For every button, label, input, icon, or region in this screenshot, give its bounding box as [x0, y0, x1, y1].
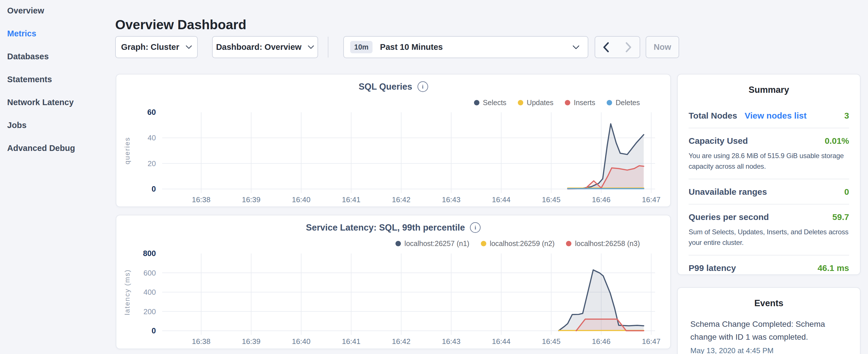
summary-row-p99-latency: P99 latency 46.1 ms	[689, 255, 849, 280]
x-tick-label: 16:45	[542, 195, 560, 204]
summary-value: 59.7	[833, 212, 849, 222]
x-tick-label: 16:40	[292, 195, 310, 204]
y-tick-label: 20	[148, 159, 156, 168]
y-tick-label: 600	[144, 269, 156, 277]
summary-value: 3	[844, 111, 849, 121]
y-axis-label: queries	[123, 137, 131, 164]
summary-value: 46.1 ms	[817, 263, 849, 273]
x-tick-label: 16:43	[442, 195, 461, 204]
y-axis-label: latency (ms)	[123, 269, 131, 315]
dashboard-selector-dropdown[interactable]: Dashboard: Overview	[212, 36, 318, 58]
summary-value: 0	[844, 187, 849, 197]
summary-label: P99 latency	[689, 263, 736, 273]
x-tick-label: 16:46	[592, 337, 610, 346]
summary-description: You are using 28.6 MiB of 515.9 GiB usab…	[689, 150, 849, 171]
chevron-down-icon	[308, 45, 314, 49]
event-item: Schema Change Completed: Schema change w…	[690, 318, 847, 354]
sidebar-item-databases[interactable]: Databases	[7, 45, 75, 68]
x-tick-label: 16:44	[492, 195, 510, 204]
x-tick-label: 16:42	[392, 195, 410, 204]
chevron-down-icon	[572, 45, 580, 50]
x-tick-label: 16:45	[542, 337, 560, 346]
summary-description: Sum of Selects, Updates, Inserts, and De…	[689, 227, 849, 248]
y-tick-label: 400	[144, 288, 156, 296]
summary-title: Summary	[678, 85, 860, 95]
events-title: Events	[678, 298, 860, 309]
summary-value: 0.01%	[825, 136, 849, 146]
time-window-badge: 10m	[350, 41, 373, 53]
summary-label: Capacity Used	[689, 136, 748, 146]
controls-divider	[328, 37, 329, 58]
y-tick-label: 40	[148, 133, 156, 142]
x-tick-label: 16:42	[392, 337, 410, 346]
summary-label: Unavailable ranges	[689, 187, 767, 197]
x-tick-label: 16:38	[192, 195, 210, 204]
sidebar-item-metrics[interactable]: Metrics	[7, 22, 75, 45]
graph-selector-label: Graph: Cluster	[121, 42, 179, 52]
sidebar-item-statements[interactable]: Statements	[7, 68, 75, 91]
graph-selector-dropdown[interactable]: Graph: Cluster	[115, 36, 198, 58]
time-range-dropdown[interactable]: 10m Past 10 Minutes	[343, 36, 588, 58]
x-tick-label: 16:39	[242, 195, 260, 204]
summary-row-capacity-used: Capacity Used 0.01% You are using 28.6 M…	[689, 128, 849, 179]
chevron-left-icon	[603, 42, 609, 53]
summary-row-total-nodes: Total Nodes View nodes list 3	[689, 103, 849, 128]
event-timestamp: May 13, 2020 at 4:45 PM	[690, 346, 847, 354]
service-latency-chart[interactable]: 020040060080016:3816:3916:4016:4116:4216…	[116, 215, 670, 349]
chevron-right-icon	[625, 42, 631, 53]
chevron-down-icon	[186, 45, 192, 49]
event-message: Schema Change Completed: Schema change w…	[690, 318, 847, 344]
view-nodes-list-link[interactable]: View nodes list	[744, 111, 806, 121]
x-tick-label: 16:38	[192, 337, 210, 346]
sidebar-item-overview[interactable]: Overview	[7, 0, 75, 22]
x-tick-label: 16:47	[642, 337, 660, 346]
x-tick-label: 16:41	[342, 195, 361, 204]
x-tick-label: 16:43	[442, 337, 461, 346]
page-title: Overview Dashboard	[115, 17, 246, 32]
time-window-label: Past 10 Minutes	[380, 42, 572, 52]
sidebar-item-network-latency[interactable]: Network Latency	[7, 91, 75, 114]
y-tick-label: 0	[152, 185, 156, 193]
time-next-button[interactable]	[617, 36, 640, 58]
x-tick-label: 16:39	[242, 337, 260, 346]
y-tick-label: 0	[152, 326, 156, 335]
time-now-button[interactable]: Now	[646, 36, 679, 58]
x-tick-label: 16:47	[642, 195, 660, 204]
summary-panel: Summary Total Nodes View nodes list 3 Ca…	[677, 74, 861, 275]
summary-row-unavailable-ranges: Unavailable ranges 0	[689, 179, 849, 204]
x-tick-label: 16:44	[492, 337, 510, 346]
time-prev-button[interactable]	[595, 36, 618, 58]
events-panel: Events Schema Change Completed: Schema c…	[677, 287, 861, 354]
sidebar-item-jobs[interactable]: Jobs	[7, 114, 75, 137]
summary-label: Total Nodes	[689, 111, 737, 121]
sql-queries-chart-card: SQL Queries SelectsUpdatesInsertsDeletes…	[116, 74, 671, 207]
service-latency-chart-card: Service Latency: SQL, 99th percentile lo…	[116, 215, 671, 349]
y-tick-label: 800	[143, 249, 156, 258]
summary-row-queries-per-second: Queries per second 59.7 Sum of Selects, …	[689, 204, 849, 255]
sql-queries-chart[interactable]: 020406016:3816:3916:4016:4116:4216:4316:…	[116, 74, 670, 206]
x-tick-label: 16:41	[342, 337, 361, 346]
x-tick-label: 16:46	[592, 195, 610, 204]
y-tick-label: 60	[147, 108, 156, 117]
x-tick-label: 16:40	[292, 337, 310, 346]
summary-label: Queries per second	[689, 212, 769, 222]
sidebar-item-advanced-debug[interactable]: Advanced Debug	[7, 137, 75, 160]
dashboard-selector-label: Dashboard: Overview	[216, 42, 302, 52]
sidebar: Overview Metrics Databases Statements Ne…	[7, 0, 75, 160]
y-tick-label: 200	[144, 307, 156, 316]
